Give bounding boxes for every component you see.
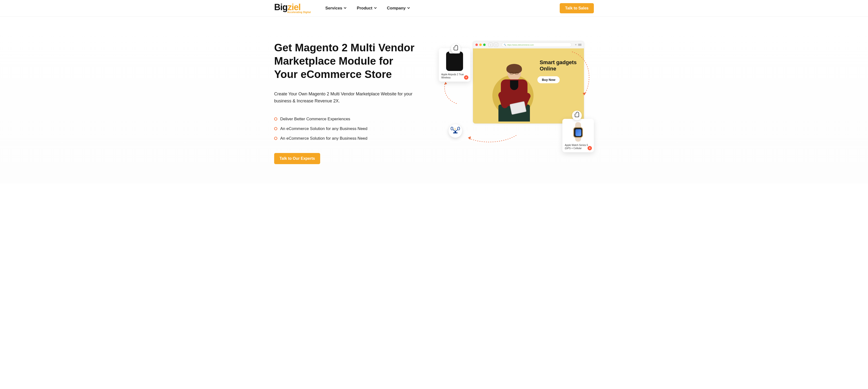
feature-item: An eCommerce Solution for any Business N…: [274, 124, 424, 134]
talk-to-experts-button[interactable]: Talk to Our Experts: [274, 153, 320, 164]
svg-marker-2: [468, 136, 471, 140]
nav-item-product[interactable]: Product: [357, 6, 377, 11]
feature-text: An eCommerce Solution for any Business N…: [280, 136, 367, 141]
feature-text: An eCommerce Solution for any Business N…: [280, 126, 367, 131]
bullet-icon: [274, 118, 277, 121]
banner-headline: Smart gadgets Online: [539, 59, 577, 72]
hero-title-line1: Get Magento 2 Multi Vendor: [274, 42, 414, 54]
hamburger-icon: [578, 44, 582, 46]
nav-item-services[interactable]: Services: [325, 6, 347, 11]
trophy-badge: ★: [448, 124, 462, 138]
hero-section: Get Magento 2 Multi Vendor Marketplace M…: [0, 17, 868, 184]
nav-item-company[interactable]: Company: [387, 6, 410, 11]
trophy-icon: ★: [452, 127, 459, 135]
cart-badge-icon: [451, 44, 461, 54]
browser-url-text: https://www.zielcommerce.com: [507, 44, 534, 46]
talk-to-sales-button[interactable]: Talk to Sales: [560, 3, 594, 13]
bullet-icon: [274, 137, 277, 140]
browser-viewport: Smart gadgets Online Buy Now: [473, 48, 584, 124]
logo-text-g: g: [282, 3, 287, 11]
hero-illustration: ‹ › 🔍 https://www.zielcommerce.com + Sma…: [439, 41, 594, 148]
new-tab-icon: +: [575, 43, 577, 46]
hero-title-line2: Marketplace Module for: [274, 55, 393, 67]
logo-text-i: i: [280, 3, 282, 11]
banner-line2: Online: [539, 66, 556, 72]
feature-item: Deliver Better Commerce Experiences: [274, 114, 424, 124]
back-icon: ‹: [489, 42, 493, 47]
basket-icon: [575, 114, 579, 117]
logo-text-b: B: [274, 3, 280, 11]
product-name: Apple Airpods 2 True Wireless: [441, 73, 468, 79]
traffic-light-yellow-icon: [479, 43, 482, 46]
site-header: Bigziel Accelerating Digital Services Pr…: [0, 0, 868, 17]
add-icon: +: [588, 146, 592, 150]
nav-label: Product: [357, 6, 372, 11]
chevron-down-icon: [374, 6, 377, 11]
logo-text-ziel: ziel: [287, 3, 301, 11]
cart-badge-icon: [572, 110, 582, 120]
forward-icon: ›: [494, 42, 498, 47]
logo-tagline: Accelerating Digital: [287, 11, 311, 13]
hero-subtitle: Create Your Own Magento 2 Multi Vendor M…: [274, 91, 424, 104]
hero-title-line3: Your eCommerce Store: [274, 68, 392, 80]
search-icon: 🔍: [504, 44, 506, 46]
basket-icon: [454, 47, 458, 50]
chevron-down-icon: [407, 6, 410, 11]
browser-mockup: ‹ › 🔍 https://www.zielcommerce.com + Sma…: [473, 41, 584, 124]
brand-logo[interactable]: Bigziel Accelerating Digital: [274, 3, 311, 13]
main-nav: Services Product Company: [325, 6, 410, 11]
watch-image: [568, 122, 588, 141]
nav-label: Services: [325, 6, 342, 11]
browser-nav-arrows: ‹ ›: [489, 42, 498, 47]
product-card-watch: Apple Watch Series 5 (GPS + Cellular +: [562, 119, 594, 152]
product-name: Apple Watch Series 5 (GPS + Cellular: [565, 143, 591, 150]
connector-arrow-icon: [465, 130, 519, 145]
browser-toolbar: ‹ › 🔍 https://www.zielcommerce.com +: [473, 41, 584, 48]
banner-line1: Smart gadgets: [539, 59, 577, 65]
feature-list: Deliver Better Commerce Experiences An e…: [274, 114, 424, 143]
chevron-down-icon: [344, 6, 347, 11]
airpods-image: [446, 52, 463, 71]
svg-marker-0: [444, 82, 447, 85]
hero-title: Get Magento 2 Multi Vendor Marketplace M…: [274, 41, 424, 81]
traffic-light-green-icon: [483, 43, 486, 46]
hero-content: Get Magento 2 Multi Vendor Marketplace M…: [274, 41, 429, 164]
browser-url-bar: 🔍 https://www.zielcommerce.com: [502, 42, 571, 47]
connector-arrow-icon: [441, 79, 467, 106]
feature-text: Deliver Better Commerce Experiences: [280, 117, 350, 122]
bullet-icon: [274, 127, 277, 130]
person-illustration: [488, 61, 538, 124]
nav-label: Company: [387, 6, 406, 11]
traffic-light-red-icon: [475, 43, 478, 46]
add-icon: +: [464, 75, 468, 79]
buy-now-button: Buy Now: [537, 76, 560, 83]
feature-item: An eCommerce Solution for any Business N…: [274, 134, 424, 143]
